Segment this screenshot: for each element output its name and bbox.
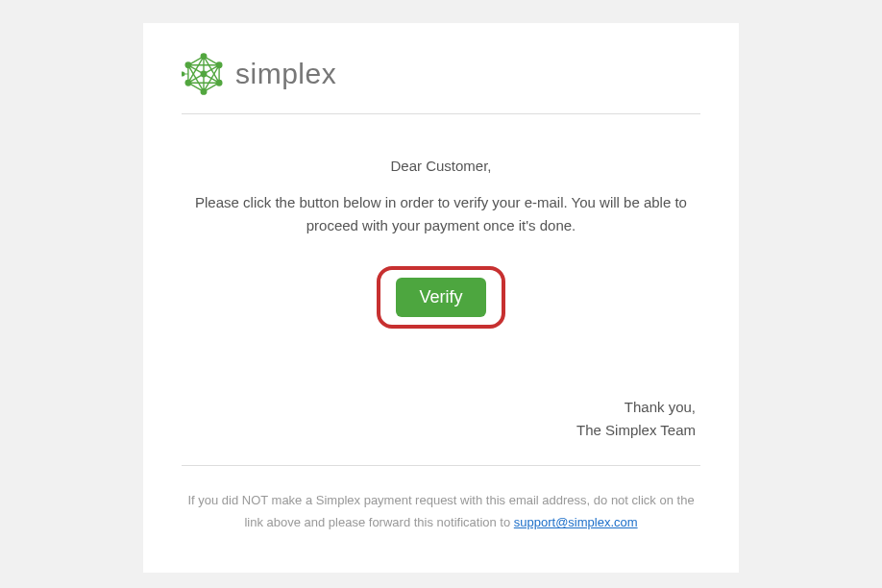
verify-highlight-box: Verify <box>377 266 504 329</box>
instruction-text: Please click the button below in order t… <box>186 191 696 237</box>
svg-point-15 <box>201 54 207 60</box>
logo-row: simplex <box>182 52 700 114</box>
svg-point-18 <box>201 89 207 95</box>
svg-point-17 <box>216 80 222 86</box>
svg-point-19 <box>185 80 191 86</box>
email-body: Dear Customer, Please click the button b… <box>182 114 700 357</box>
svg-point-16 <box>216 62 222 68</box>
simplex-network-icon <box>182 52 226 96</box>
signature: Thank you, The Simplex Team <box>182 357 700 466</box>
warning-notice: If you did NOT make a Simplex payment re… <box>182 466 700 563</box>
greeting-text: Dear Customer, <box>186 158 696 174</box>
email-card: simplex Dear Customer, Please click the … <box>143 23 739 573</box>
logo-text: simplex <box>235 58 336 90</box>
svg-point-20 <box>185 62 191 68</box>
verify-button[interactable]: Verify <box>396 278 485 317</box>
thanks-line: Thank you, <box>186 396 696 419</box>
support-email-link[interactable]: support@simplex.com <box>514 515 638 529</box>
team-line: The Simplex Team <box>186 419 696 442</box>
svg-point-21 <box>201 71 207 77</box>
